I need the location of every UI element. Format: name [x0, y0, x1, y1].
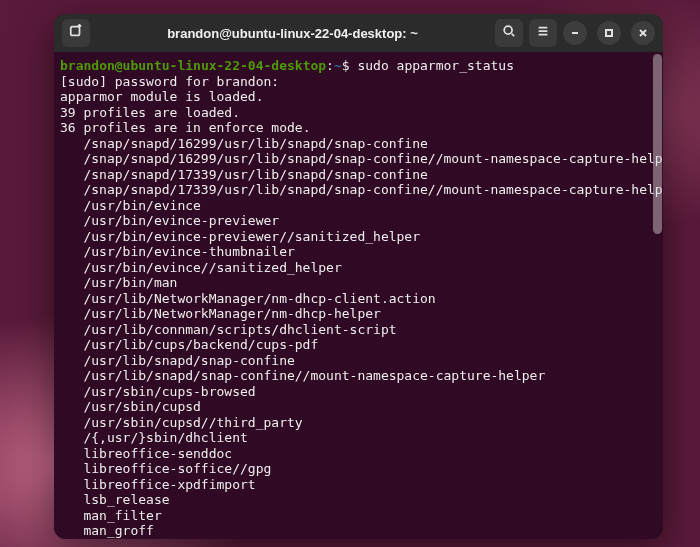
svg-point-3 [504, 26, 512, 34]
desktop-background: brandon@ubuntu-linux-22-04-desktop: ~ [0, 0, 700, 547]
prompt-symbol: $ [342, 58, 350, 73]
hamburger-icon [536, 24, 550, 42]
close-button[interactable] [631, 21, 655, 45]
profile-line: /usr/bin/evince-thumbnailer [60, 244, 659, 260]
profile-line: /usr/bin/man [60, 275, 659, 291]
terminal-window: brandon@ubuntu-linux-22-04-desktop: ~ [54, 14, 663, 539]
svg-line-4 [512, 34, 515, 37]
prompt-path: ~ [334, 58, 342, 73]
profile-line: lsb_release [60, 492, 659, 508]
search-button[interactable] [495, 19, 523, 47]
profile-line: /usr/sbin/cupsd//third_party [60, 415, 659, 431]
profile-line: man_groff [60, 523, 659, 539]
svg-rect-9 [606, 30, 612, 36]
profile-line: /usr/lib/cups/backend/cups-pdf [60, 337, 659, 353]
output-line: apparmor module is loaded. [60, 89, 659, 105]
output-line: 36 profiles are in enforce mode. [60, 120, 659, 136]
maximize-button[interactable] [597, 21, 621, 45]
profile-line: /usr/lib/NetworkManager/nm-dhcp-client.a… [60, 291, 659, 307]
prompt-line: brandon@ubuntu-linux-22-04-desktop:~$ su… [60, 58, 659, 74]
profile-line: libreoffice-soffice//gpg [60, 461, 659, 477]
output-line: 39 profiles are loaded. [60, 105, 659, 121]
profile-line: nvidia_modprobe [60, 539, 659, 540]
profile-line: /snap/snapd/16299/usr/lib/snapd/snap-con… [60, 136, 659, 152]
titlebar: brandon@ubuntu-linux-22-04-desktop: ~ [54, 14, 663, 52]
menu-button[interactable] [529, 19, 557, 47]
profile-line: /usr/bin/evince-previewer//sanitized_hel… [60, 229, 659, 245]
window-controls [563, 21, 655, 45]
terminal-output[interactable]: brandon@ubuntu-linux-22-04-desktop:~$ su… [54, 52, 663, 539]
new-tab-button[interactable] [62, 19, 90, 47]
output-line: [sudo] password for brandon: [60, 74, 659, 90]
profile-line: /usr/lib/NetworkManager/nm-dhcp-helper [60, 306, 659, 322]
profile-line: /usr/lib/connman/scripts/dhclient-script [60, 322, 659, 338]
profile-line: /usr/bin/evince-previewer [60, 213, 659, 229]
minimize-button[interactable] [563, 21, 587, 45]
minimize-icon [570, 24, 580, 42]
profile-line: /usr/lib/snapd/snap-confine [60, 353, 659, 369]
profile-line: /{,usr/}sbin/dhclient [60, 430, 659, 446]
svg-rect-0 [71, 27, 80, 36]
entered-command: sudo apparmor_status [357, 58, 514, 73]
profile-line: /snap/snapd/17339/usr/lib/snapd/snap-con… [60, 182, 659, 198]
scrollbar-track[interactable] [653, 54, 662, 539]
profile-line: /usr/sbin/cups-browsed [60, 384, 659, 400]
new-tab-icon [69, 24, 83, 42]
profile-line: man_filter [60, 508, 659, 524]
profile-line: /usr/bin/evince [60, 198, 659, 214]
search-icon [502, 24, 516, 42]
close-icon [638, 24, 648, 42]
prompt-user-host: brandon@ubuntu-linux-22-04-desktop [60, 58, 326, 73]
maximize-icon [604, 24, 614, 42]
profile-line: /snap/snapd/16299/usr/lib/snapd/snap-con… [60, 151, 659, 167]
prompt-sep: : [326, 58, 334, 73]
profile-line: /usr/bin/evince//sanitized_helper [60, 260, 659, 276]
profile-line: /usr/sbin/cupsd [60, 399, 659, 415]
profile-line: /usr/lib/snapd/snap-confine//mount-names… [60, 368, 659, 384]
profile-line: libreoffice-senddoc [60, 446, 659, 462]
scrollbar-thumb[interactable] [653, 54, 662, 234]
profile-line: /snap/snapd/17339/usr/lib/snapd/snap-con… [60, 167, 659, 183]
window-title: brandon@ubuntu-linux-22-04-desktop: ~ [96, 26, 489, 41]
profile-line: libreoffice-xpdfimport [60, 477, 659, 493]
